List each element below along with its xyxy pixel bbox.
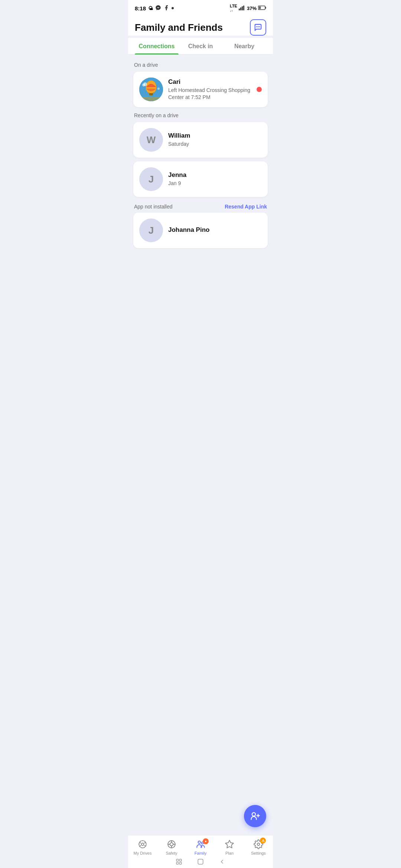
status-time: 8:18 [135, 5, 146, 11]
william-info: William Saturday [168, 132, 262, 147]
johanna-avatar: J [139, 218, 163, 242]
app-not-installed-section: App not installed Resend App Link J Joha… [133, 202, 268, 248]
cari-name: Cari [168, 78, 251, 86]
svg-point-19 [157, 88, 160, 90]
status-bar: 8:18 🌤 LTE↓↑ 37% [128, 0, 273, 15]
svg-rect-5 [265, 7, 266, 9]
tab-nearby[interactable]: Nearby [222, 38, 266, 54]
content-area: On a drive [128, 55, 273, 258]
dot-indicator [172, 7, 174, 9]
battery-level: 37% [247, 6, 257, 11]
app-not-label: App not installed [134, 204, 173, 210]
svg-rect-11 [139, 97, 163, 101]
lte-label: LTE↓↑ [230, 4, 237, 13]
cari-card[interactable]: Cari Left Homestead Crossing Shopping Ce… [133, 72, 268, 107]
svg-point-18 [143, 82, 147, 86]
svg-rect-6 [259, 6, 261, 9]
on-a-drive-label: On a drive [133, 62, 268, 68]
svg-rect-14 [149, 93, 153, 95]
johanna-name: Johanna Pino [168, 226, 262, 234]
jenna-initial: J [139, 167, 163, 191]
svg-rect-3 [243, 6, 244, 10]
signal-bars [239, 5, 245, 11]
battery-icon [258, 6, 266, 11]
jenna-info: Jenna Jan 9 [168, 171, 262, 187]
recently-label: Recently on a drive [133, 112, 268, 118]
william-avatar: W [139, 128, 163, 152]
jenna-sub: Jan 9 [168, 180, 262, 187]
page-title: Family and Friends [135, 22, 223, 33]
svg-rect-0 [239, 9, 240, 10]
svg-rect-1 [240, 7, 241, 10]
johanna-info: Johanna Pino [168, 226, 262, 235]
messenger-icon [155, 5, 161, 12]
tab-checkin[interactable]: Check in [179, 38, 222, 54]
active-dot [257, 87, 262, 92]
johanna-initial: J [139, 218, 163, 242]
cloud-icon: 🌤 [148, 6, 153, 11]
cari-status: Left Homestead Crossing Shopping Center … [168, 87, 251, 100]
tab-bar: Connections Check in Nearby [128, 38, 273, 55]
status-right: LTE↓↑ 37% [230, 4, 266, 13]
svg-rect-2 [242, 6, 243, 10]
johanna-card[interactable]: J Johanna Pino [133, 213, 268, 248]
facebook-icon [163, 5, 169, 12]
jenna-name: Jenna [168, 171, 262, 179]
status-left: 8:18 🌤 [135, 5, 174, 12]
recently-section: Recently on a drive W William Saturday J… [133, 112, 268, 197]
william-sub: Saturday [168, 141, 262, 147]
header: Family and Friends [128, 15, 273, 36]
cari-avatar [139, 78, 163, 101]
cari-info: Cari Left Homestead Crossing Shopping Ce… [168, 78, 251, 100]
chat-button[interactable] [250, 19, 266, 36]
resend-link[interactable]: Resend App Link [225, 204, 267, 210]
william-initial: W [139, 128, 163, 152]
tab-connections[interactable]: Connections [135, 38, 179, 54]
jenna-card[interactable]: J Jenna Jan 9 [133, 161, 268, 197]
william-card[interactable]: W William Saturday [133, 122, 268, 158]
william-name: William [168, 132, 262, 139]
app-not-installed-row: App not installed Resend App Link [133, 202, 268, 213]
jenna-avatar: J [139, 167, 163, 191]
